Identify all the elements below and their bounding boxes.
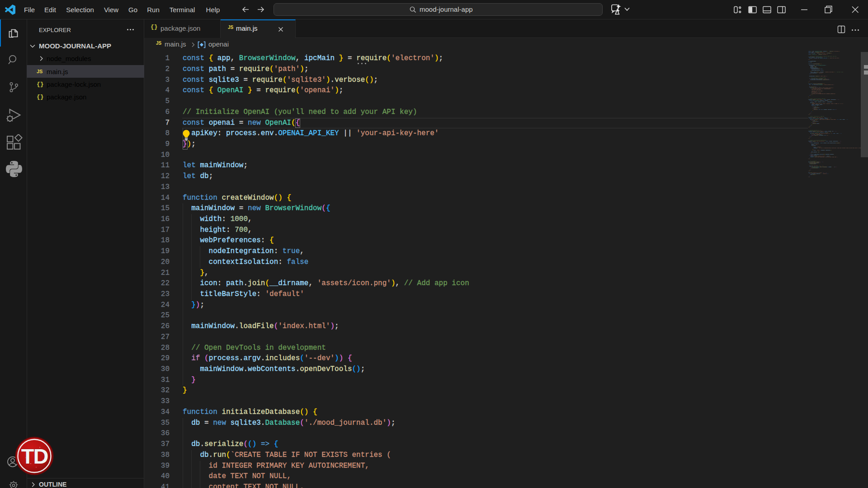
svg-text:TD: TD	[21, 444, 48, 468]
